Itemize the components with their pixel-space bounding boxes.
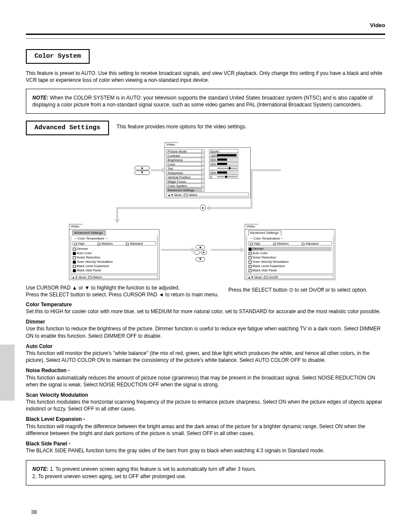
heading-color-system: Color System <box>26 49 90 64</box>
group-color-temp-left: Color Temperature <box>72 236 156 241</box>
osd-subtab-right: Advanced Settings <box>248 230 281 236</box>
osd-menu-item[interactable]: Tint› <box>166 166 249 170</box>
term-noise-reduction: Noise Reduction - <box>26 367 70 373</box>
osd-menu-advanced-right: Video Advanced Settings Color Temperatur… <box>245 224 335 280</box>
osd-menu-item[interactable]: Vertical Position›0 <box>166 175 249 179</box>
cursor-up-down-button[interactable]: ▲ ▼ <box>134 165 150 175</box>
term-auto-color: Auto Color <box>26 343 53 349</box>
cursor-down-icon: ▼ <box>134 171 150 175</box>
osd-menu-item[interactable]: Color›50% <box>166 162 249 166</box>
osd-check-item[interactable]: Scan Velocity Modulation <box>72 260 156 264</box>
cursor-down-icon-2: ▼ <box>196 257 205 261</box>
osd-menu-item[interactable]: Brightness›50% <box>166 158 249 162</box>
osd-check-item[interactable]: Black Side Panel <box>248 268 332 273</box>
radio-row-left[interactable]: High Medium Standard <box>72 241 156 246</box>
term-ble: Black Level Expansion - <box>26 416 85 422</box>
section-header: Video <box>26 22 385 29</box>
osd-menu-item[interactable]: Advanced Settings› <box>166 188 249 192</box>
osd-tab-video-right: Video <box>245 224 258 229</box>
osd-check-item[interactable]: Scan Velocity Modulation <box>248 260 332 264</box>
osd-menu-item[interactable]: Contrast›100% <box>166 153 249 157</box>
osd-menu-item[interactable]: Sharpness›50% <box>166 171 249 174</box>
body-svm: This function modulates the horizontal s… <box>26 398 385 412</box>
osd-check-item[interactable]: Dimmer <box>248 247 332 251</box>
osd-check-item[interactable]: Auto Color <box>248 251 332 255</box>
body-noise-reduction: This function automatically reduces the … <box>26 374 385 388</box>
body-ble: This function will magnify the differenc… <box>26 423 385 437</box>
group-color-temp-right: Color Temperature <box>248 236 332 241</box>
note-text: When the COLOR SYSTEM is in AUTO: your t… <box>32 95 373 108</box>
osd-menu-advanced-left: Video Advanced Settings Color Temperatur… <box>69 224 159 280</box>
osd-check-item[interactable]: Black Side Panel <box>72 268 156 273</box>
cursor-up-icon: ▲ <box>134 166 150 170</box>
flow-diagram: Video Picture Mode›SportsContrast›100%Br… <box>26 142 385 289</box>
note-label: NOTE: <box>32 95 48 101</box>
osd-check-item[interactable]: Black Level Expansion <box>248 264 332 268</box>
osd-check-item[interactable]: Noise Reduction <box>248 255 332 260</box>
term-dimmer: Dimmer <box>26 319 45 325</box>
osd-menu-main: Video Picture Mode›SportsContrast›100%Br… <box>165 142 251 198</box>
note-text-2: 1. To prevent uneven screen aging this f… <box>32 466 256 479</box>
osd-check-item[interactable]: Auto Color <box>72 251 156 255</box>
document-page: Video Color System This feature is prese… <box>0 0 411 510</box>
osd-menu-item[interactable]: Color System› <box>166 184 249 187</box>
osd-check-item[interactable]: Noise Reduction <box>72 255 156 260</box>
term-svm: Scan Velocity Modulation <box>26 392 88 398</box>
color-system-para: This feature is preset to AUTO. Use this… <box>26 70 385 84</box>
cursor-right-button[interactable]: ▸ <box>200 205 206 211</box>
body-color-temp: Set this to HIGH for cooler color with m… <box>26 308 385 315</box>
osd-subtab-left: Advanced Settings <box>72 230 106 236</box>
osd-tab-video-left: Video <box>69 224 82 229</box>
cursor-right-icon-2: ▸ <box>201 250 207 255</box>
cursor-up-icon-2: ▲ <box>196 245 205 249</box>
descriptions: Color Temperature Set this to HIGH for c… <box>26 301 385 454</box>
radio-row-right[interactable]: High Medium Standard <box>248 241 332 246</box>
body-bsp: The BLACK SIDE PANEL function turns the … <box>26 447 385 454</box>
advanced-intro: This feature provides more options for t… <box>116 123 246 130</box>
body-auto-color: This function will monitor the picture's… <box>26 350 385 364</box>
osd-footer-left: ▲▼ Move Return <box>71 275 158 279</box>
note-label-2: NOTE: <box>32 466 48 472</box>
osd-footer-main: ▲▼ Move Select <box>166 193 249 196</box>
term-bsp: Black Side Panel - <box>26 441 70 447</box>
osd-menu-item[interactable]: Picture Mode›Sports <box>166 149 249 153</box>
rule-thick <box>26 34 385 35</box>
osd-footer-right: ▲▼ Move On/Off <box>246 275 333 279</box>
note-box-2: NOTE: 1. To prevent uneven screen aging … <box>26 460 385 485</box>
term-color-temp: Color Temperature <box>26 302 72 308</box>
osd-tab-video: Video <box>165 142 178 147</box>
page-number: 38 <box>31 509 37 516</box>
heading-advanced-settings: Advanced Settings <box>26 121 109 135</box>
rule-thin <box>26 38 385 39</box>
note-box-1: NOTE: When the COLOR SYSTEM is in AUTO: … <box>26 89 385 114</box>
osd-check-item[interactable]: Black Level Expansion <box>72 264 156 268</box>
osd-menu-item[interactable]: Magic Focus› <box>166 179 249 183</box>
osd-check-item[interactable]: Dimmer <box>72 247 156 251</box>
cursor-pad-4way[interactable]: ▲ ▸ ▼ <box>194 243 207 262</box>
body-dimmer: Use this function to reduce the brightne… <box>26 325 385 339</box>
